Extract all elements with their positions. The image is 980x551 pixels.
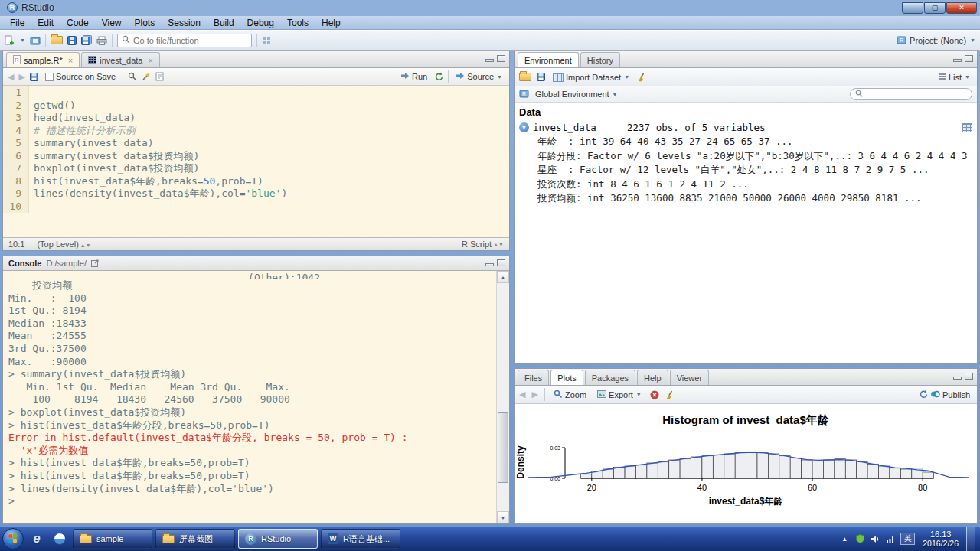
forward-icon[interactable]: ▶: [18, 72, 24, 82]
pane-maximize-icon[interactable]: [965, 55, 973, 62]
environment-field-row[interactable]: 投资次数: int 8 4 6 1 6 1 2 4 11 2 ...: [519, 178, 972, 192]
pane-maximize-icon[interactable]: [497, 259, 505, 266]
scroll-down-icon[interactable]: ▼: [497, 511, 509, 523]
tab-help[interactable]: Help: [637, 370, 668, 385]
source-tab-invest_data[interactable]: invest_data×: [81, 52, 160, 67]
source-button[interactable]: Source ▼: [453, 71, 505, 82]
save-icon[interactable]: [30, 73, 38, 81]
publish-button[interactable]: Publish: [916, 389, 972, 401]
print-icon[interactable]: [96, 36, 107, 45]
volume-icon[interactable]: [870, 533, 880, 544]
save-all-icon[interactable]: [81, 35, 92, 45]
internet-explorer-icon[interactable]: e: [27, 529, 47, 549]
menu-edit[interactable]: Edit: [31, 17, 60, 29]
code-editor[interactable]: 12getwd()3head(invest_data)4# 描述性统计分析示例5…: [3, 86, 509, 237]
menu-help[interactable]: Help: [315, 17, 347, 29]
back-icon[interactable]: ◀: [8, 72, 14, 82]
maximize-button[interactable]: ▢: [924, 2, 946, 14]
environment-search[interactable]: [850, 88, 972, 100]
clear-plots-broom-icon[interactable]: [665, 390, 675, 399]
menu-session[interactable]: Session: [162, 17, 207, 29]
network-icon[interactable]: [885, 533, 896, 544]
project-selector[interactable]: R Project: (None) ▼: [897, 35, 975, 46]
scroll-up-icon[interactable]: ▲: [497, 271, 509, 283]
previous-plot-icon[interactable]: ◀: [519, 390, 525, 399]
source-tab-sample-R-[interactable]: Rsample.R*×: [6, 52, 80, 67]
scope-selector[interactable]: (Top Level)▲▼: [37, 240, 90, 249]
environment-field-row[interactable]: 年龄分段: Factor w/ 6 levels "a:20岁以下","b:30…: [519, 149, 972, 164]
tab-close-icon[interactable]: ×: [148, 56, 152, 65]
tab-plots[interactable]: Plots: [550, 370, 583, 385]
find-replace-icon[interactable]: [128, 72, 137, 81]
export-button[interactable]: Export ▼: [595, 390, 644, 400]
filetype-selector[interactable]: R Script▲▼: [462, 240, 504, 249]
taskbar-clock[interactable]: 16:13 2016/2/26: [920, 530, 962, 549]
taskbar-button-folder[interactable]: 屏幕截图: [155, 529, 235, 549]
taskbar-button-rstudio[interactable]: RStudio: [238, 529, 318, 549]
tab-close-icon[interactable]: ×: [68, 56, 73, 65]
scrollbar-thumb[interactable]: [498, 412, 508, 483]
code-tools-wand-icon[interactable]: [142, 72, 151, 81]
tab-packages[interactable]: Packages: [585, 370, 635, 385]
pane-maximize-icon[interactable]: [965, 373, 973, 380]
pane-minimize-icon[interactable]: [485, 263, 494, 266]
environment-scope-selector[interactable]: Global Environment ▼: [533, 89, 620, 99]
goto-file-input[interactable]: [133, 36, 240, 45]
menu-tools[interactable]: Tools: [281, 17, 315, 29]
tab-history[interactable]: History: [580, 52, 620, 67]
compile-report-icon[interactable]: [155, 72, 164, 81]
environment-field-row[interactable]: 投资均额: int 36250 13600 8835 21000 50000 2…: [519, 191, 972, 206]
load-workspace-icon[interactable]: [519, 73, 531, 81]
antivirus-shield-icon[interactable]: [854, 533, 865, 544]
remove-plot-icon[interactable]: [650, 390, 659, 399]
language-indicator[interactable]: 英: [900, 533, 915, 545]
browser-ball-icon[interactable]: [50, 529, 70, 549]
menu-build[interactable]: Build: [207, 17, 240, 29]
expander-icon[interactable]: ▼: [519, 122, 529, 132]
source-on-save-checkbox[interactable]: Source on Save: [43, 71, 118, 82]
run-button[interactable]: Run: [398, 71, 430, 82]
minimize-button[interactable]: —: [902, 2, 923, 14]
environment-object-row[interactable]: ▼ invest_data 2237 obs. of 5 variables: [519, 120, 972, 135]
save-workspace-icon[interactable]: [537, 73, 545, 81]
pane-minimize-icon[interactable]: [953, 59, 962, 62]
console-scrollbar[interactable]: ▲ ▼: [496, 271, 509, 523]
environment-field-row[interactable]: 星座 : Factor w/ 12 levels "白羊","处女",..: 2…: [519, 163, 972, 178]
environment-field-row[interactable]: 年龄 : int 39 64 40 43 35 27 24 65 65 37 .…: [519, 135, 972, 149]
import-dataset-button[interactable]: Import Dataset ▼: [550, 72, 632, 83]
new-file-icon[interactable]: [5, 35, 15, 45]
save-icon[interactable]: [67, 36, 77, 45]
hidden-icons-arrow-icon[interactable]: ▲: [839, 533, 850, 544]
menu-view[interactable]: View: [96, 17, 128, 29]
new-project-icon[interactable]: [30, 36, 41, 45]
rerun-icon[interactable]: [434, 72, 443, 81]
goto-file-search[interactable]: [117, 34, 252, 47]
pane-minimize-icon[interactable]: [485, 59, 494, 62]
menu-debug[interactable]: Debug: [241, 17, 280, 29]
list-view-selector[interactable]: List ▼: [936, 72, 972, 83]
tab-files[interactable]: Files: [518, 370, 549, 385]
next-plot-icon[interactable]: ▶: [531, 390, 537, 399]
clear-broom-icon[interactable]: [637, 73, 646, 82]
show-desktop-button[interactable]: [966, 527, 975, 551]
menu-plots[interactable]: Plots: [129, 17, 162, 29]
taskbar-button-word[interactable]: R语言基础...: [321, 529, 400, 549]
close-button[interactable]: ✕: [946, 2, 977, 14]
tab-environment[interactable]: Environment: [518, 52, 579, 67]
environment-search-input[interactable]: [866, 90, 965, 99]
console-output[interactable]: (Other):1042 投资均额Min. : 1001st Qu.: 8194…: [3, 271, 496, 523]
addins-grid-icon[interactable]: [262, 36, 271, 45]
menu-file[interactable]: File: [4, 17, 31, 29]
refresh-icon[interactable]: [919, 390, 928, 400]
pane-maximize-icon[interactable]: [497, 55, 505, 62]
open-directory-icon[interactable]: [91, 259, 100, 269]
pane-minimize-icon[interactable]: [953, 377, 962, 380]
view-table-icon[interactable]: [962, 123, 972, 132]
taskbar-button-folder[interactable]: sample: [73, 529, 152, 549]
open-file-icon[interactable]: [51, 36, 63, 44]
zoom-button[interactable]: Zoom: [551, 389, 589, 401]
start-button[interactable]: [2, 528, 24, 549]
new-file-dropdown-icon[interactable]: ▼: [20, 37, 25, 43]
tab-viewer[interactable]: Viewer: [670, 370, 709, 385]
menu-code[interactable]: Code: [60, 17, 95, 29]
